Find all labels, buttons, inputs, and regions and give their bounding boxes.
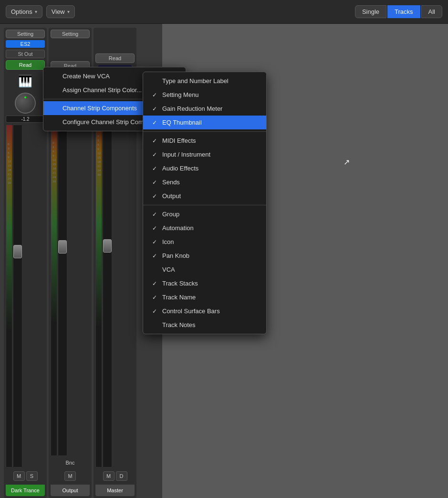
submenu-item-icon[interactable]: ✓ Icon [143,235,266,249]
fader-section-1: 0369121518212430 [6,125,45,467]
mute-btn-2[interactable]: M [64,471,76,481]
submenu-sep-1 [143,131,266,132]
gain-reduction-label: Gain Reduction Meter [162,105,222,112]
submenu-channel-strip-components: Type and Number Label ✓ Setting Menu ✓ G… [143,72,267,334]
instrument-icon-1: 🎹 [16,72,35,91]
submenu-item-track-stacks[interactable]: ✓ Track Stacks [143,276,266,290]
submenu-item-pan-knob[interactable]: ✓ Pan Knob [143,249,266,263]
submenu-item-sends[interactable]: ✓ Sends [143,175,266,189]
meter-1: 0369121518212430 [6,125,12,467]
check-track-stacks: ✓ [151,280,158,287]
main-content: Setting ES2 St Out Read 🎹 -1.2 036912151… [0,24,448,498]
submenu-item-automation[interactable]: ✓ Automation [143,221,266,235]
channel-strip-components-label: Channel Strip Components [63,105,137,112]
assign-color-label: Assign Channel Strip Color... [63,86,142,94]
eq-thumbnail-label: EQ Thumbnail [162,119,202,126]
fader-thumb-3[interactable] [103,239,112,253]
submenu-sep-2 [143,205,266,205]
submenu-item-eq-thumbnail[interactable]: ✓ EQ Thumbnail [143,116,266,129]
check-gain-reduction: ✓ [151,106,158,112]
channel-name-3[interactable]: Master [95,485,135,496]
d-btn-3[interactable]: D [116,471,127,481]
view-toggle-group: Single Tracks All [355,5,442,18]
check-input-instrument: ✓ [151,151,158,158]
channel-strip-1: Setting ES2 St Out Read 🎹 -1.2 036912151… [4,28,47,498]
solo-btn-1[interactable]: S [26,471,38,481]
check-sends: ✓ [151,179,158,186]
meter-fader-3: 0369121518212430 [95,116,135,467]
check-setting-menu: ✓ [151,92,158,98]
view-chevron-icon: ▾ [67,9,70,14]
check-icon: ✓ [151,239,158,245]
strip-label-1: ES2 [6,40,45,48]
fader-track-2[interactable] [58,124,67,456]
tracks-view-button[interactable]: Tracks [387,5,420,18]
submenu-item-output[interactable]: ✓ Output [143,189,266,203]
auto-btn-1[interactable]: Read [6,60,45,70]
top-bar-left: Options ▾ View ▾ [6,5,351,18]
pan-knob-1[interactable] [15,93,36,114]
icon-label: Icon [162,238,174,245]
level-display-1: -1.2 [6,116,45,123]
routing-1: St Out [6,50,45,58]
check-automation: ✓ [151,225,158,232]
fader-thumb-1[interactable] [13,245,22,258]
output-label: Output [162,192,181,200]
track-notes-label: Track Notes [162,321,196,328]
mute-btn-3[interactable]: M [103,471,115,481]
fader-track-1[interactable] [13,125,22,467]
submenu-item-track-notes[interactable]: Track Notes [143,318,266,332]
control-surface-bars-label: Control Surface Bars [162,307,220,315]
submenu-item-vca[interactable]: VCA [143,263,266,276]
knob-area-1 [15,93,36,114]
submenu-item-group[interactable]: ✓ Group [143,207,266,221]
check-audio-effects: ✓ [151,165,158,172]
options-label: Options [11,8,32,15]
channel-name-2[interactable]: Output [51,485,90,496]
group-label: Group [162,211,179,218]
submenu-item-input-instrument[interactable]: ✓ Input / Instrument [143,148,266,161]
check-track-name: ✓ [151,294,158,301]
setting-menu-label: Setting Menu [162,91,199,98]
submenu-item-setting-menu[interactable]: ✓ Setting Menu [143,88,266,102]
view-menu-button[interactable]: View ▾ [46,5,75,18]
fader-track-3[interactable] [103,116,112,467]
bnc-label-2: Bnc [66,458,75,467]
submenu-item-audio-effects[interactable]: ✓ Audio Effects [143,161,266,175]
submenu-item-type-number[interactable]: Type and Number Label [143,74,266,88]
submenu-item-gain-reduction[interactable]: ✓ Gain Reduction Meter [143,102,266,116]
track-stacks-label: Track Stacks [162,280,198,287]
check-output: ✓ [151,193,158,200]
options-menu-button[interactable]: Options ▾ [6,5,42,18]
meter-2: 0369121518212430 [51,124,57,456]
check-group: ✓ [151,211,158,218]
setting-btn-1[interactable]: Setting [6,30,45,38]
pan-knob-label: Pan Knob [162,252,189,259]
check-midi-effects: ✓ [151,138,158,144]
all-view-button[interactable]: All [421,5,442,18]
sends-label: Sends [162,179,180,186]
meter-fader-2: 0369121518212430 [51,124,90,456]
top-bar: Options ▾ View ▾ Single Tracks All [0,0,448,24]
submenu-item-midi-effects[interactable]: ✓ MIDI Effects [143,134,266,148]
fader-section-2: 0369121518212430 [51,124,90,456]
view-label: View [52,8,65,15]
midi-effects-label: MIDI Effects [162,137,196,144]
channel-name-1[interactable]: Dark Trance [6,485,45,496]
auto-btn-3[interactable]: Read [95,53,135,63]
fader-section-3: 0369121518212430 [95,116,135,467]
single-view-button[interactable]: Single [355,5,386,18]
submenu-item-control-surface-bars[interactable]: ✓ Control Surface Bars [143,304,266,318]
fader-thumb-2[interactable] [58,240,67,254]
setting-btn-2[interactable]: Setting [51,30,90,38]
check-eq-thumbnail: ✓ [151,119,158,126]
meter-3: 0369121518212430 [95,116,102,467]
check-pan-knob: ✓ [151,253,158,259]
check-control-surface-bars: ✓ [151,308,158,315]
channel-bottom-2: M [51,469,90,483]
create-vca-label: Create New VCA [63,73,110,80]
mute-btn-1[interactable]: M [13,471,25,481]
type-number-label: Type and Number Label [162,77,229,85]
channel-bottom-3: M D [95,469,135,483]
submenu-item-track-name[interactable]: ✓ Track Name [143,290,266,304]
